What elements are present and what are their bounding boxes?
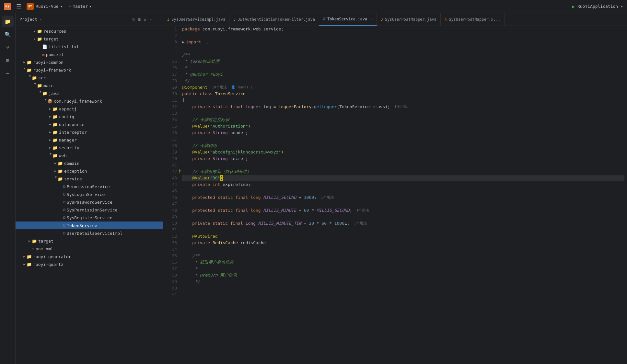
more-button[interactable]: ⋯ [2, 67, 14, 79]
folder-icon: 📁 [52, 107, 58, 111]
settings-icon[interactable]: ⋯ [149, 16, 153, 23]
hide-icon[interactable]: — [155, 16, 159, 23]
tab-TokenService[interactable]: © TokenService.java ✕ [319, 13, 377, 26]
tree-item-pom1[interactable]: m pom.xml [16, 51, 163, 58]
xml-icon: m [32, 246, 34, 251]
tree-item-exception[interactable]: ▶ 📁 exception [16, 167, 163, 175]
tab-SysUserServiceImpl[interactable]: J SysUserServiceImpl.java [163, 13, 229, 26]
branch-chevron-icon: ▾ [89, 4, 92, 9]
code-line-52: private static final Long MILLIS_MINUTE_… [182, 220, 624, 227]
code-editor[interactable]: 1 2 3 4 ... 25 26 27 28 29 30 31 32 33 3… [163, 26, 627, 364]
tree-item-ruoyi-quartz[interactable]: ▶ 📁 ruoyi-quartz [16, 260, 163, 268]
code-line-36: // 令牌自定义标识 [182, 117, 624, 123]
java-file-icon: J [381, 17, 383, 22]
code-line-38: private String header; [182, 130, 624, 136]
code-line-47 [182, 188, 624, 194]
folder-icon: 📁 [52, 114, 58, 119]
code-line-48: protected static final long MILLIS_SECON… [182, 194, 624, 201]
sidebar-chevron: ▾ [40, 17, 42, 21]
collapse-icon[interactable]: ⊟ [137, 16, 141, 23]
code-line-45: @Value("30") [182, 175, 624, 181]
tree-item-filelist[interactable]: 📄 filelist.txt [16, 43, 163, 51]
tab-label: JwtAuthenticationTokenFilter.java [238, 17, 315, 22]
app-logo: RY [4, 3, 11, 10]
title-bar-right: ▶ RuoYiApplication ▾ [572, 4, 623, 9]
code-line-32: ● public class TokenService [182, 91, 624, 97]
tab-JwtAuthFilter[interactable]: J JwtAuthenticationTokenFilter.java [229, 13, 319, 26]
structure-button[interactable]: ⊞ [2, 54, 14, 66]
folder-icon: 📁 [52, 130, 58, 135]
tree-item-config[interactable]: ▶ 📁 config [16, 113, 163, 120]
folder-icon: 📁 [52, 122, 58, 127]
code-line-54: @Autowired [182, 233, 624, 240]
tree-item-web[interactable]: ▶ 📁 web [16, 152, 163, 159]
tree-item-package[interactable]: ▶ 📦 com.ruoyi.framework [16, 97, 163, 105]
tab-SysUserPostMapper[interactable]: J SysUserPostMapper.java [377, 13, 441, 26]
git-button[interactable]: ⑂ [2, 41, 14, 53]
hamburger-menu[interactable]: ☰ [14, 2, 23, 10]
branch-selector[interactable]: ⑂ master ▾ [69, 4, 92, 9]
tab-close-icon[interactable]: ✕ [370, 17, 373, 21]
tree-item-security[interactable]: ▶ 📁 security [16, 144, 163, 152]
folder-icon: 📁 [32, 75, 37, 80]
code-line-2 [182, 32, 624, 39]
sidebar-header: Project ▾ ◎ ⊟ ✕ ⋯ — [16, 13, 163, 26]
tree-item-interceptor[interactable]: ▶ 📁 interceptor [16, 128, 163, 136]
tabs-bar: J SysUserServiceImpl.java J JwtAuthentic… [163, 13, 627, 26]
service-icon: © [63, 215, 65, 220]
package-icon: 📦 [47, 99, 52, 104]
code-line-44: 💡 // 令牌有效期（默认30分钟） [182, 168, 624, 175]
code-line-57: /** [182, 253, 624, 259]
tree-item-aspectj[interactable]: ▶ 📁 aspectj [16, 105, 163, 113]
search-button[interactable]: 🔍 [2, 28, 14, 40]
tree-item-ruoyi-generator[interactable]: ▶ 📁 ruoyi-generator [16, 253, 163, 260]
file-icon: 📄 [42, 44, 47, 49]
folder-icon: 📁 [37, 37, 42, 41]
tree-item-main[interactable]: ▶ 📁 main [16, 82, 163, 89]
project-avatar: RY [27, 3, 34, 10]
service-file-icon: © [323, 17, 325, 21]
project-view-button[interactable]: 📁 [2, 16, 14, 27]
folder-icon: 📁 [52, 138, 58, 142]
tree-item-java[interactable]: ▶ 📁 java [16, 89, 163, 97]
service-icon: © [63, 208, 65, 212]
tree-item-TokenService[interactable]: © TokenService [16, 222, 163, 229]
code-line-59: * [182, 266, 624, 272]
code-line-26: /** [182, 52, 624, 58]
tree-item-SysRegisterService[interactable]: © SysRegisterService [16, 214, 163, 222]
sidebar-content[interactable]: ▶ 📁 resources ▶ 📁 target 📄 filelist.txt [16, 26, 163, 364]
tree-item-UserDetailsServiceImpl[interactable]: © UserDetailsServiceImpl [16, 229, 163, 237]
tree-item-PermissionService[interactable]: © PermissionService [16, 183, 163, 190]
tree-item-service[interactable]: ▶ 📁 service [16, 175, 163, 183]
locate-icon[interactable]: ◎ [131, 16, 135, 23]
code-line-50: protected static final long MILLIS_MINUT… [182, 207, 624, 214]
tree-item-SysPermissionService[interactable]: © SysPermissionService [16, 206, 163, 214]
close-sidebar-icon[interactable]: ✕ [143, 16, 147, 23]
tab-SysUserPostMapperXml[interactable]: X SysUserPostMapper.x... [441, 13, 505, 26]
code-line-40: // 令牌秘钥 [182, 142, 624, 149]
tree-item-ruoyi-common[interactable]: ▶ 📁 ruoyi-common [16, 58, 163, 66]
folder-icon: 📁 [27, 262, 32, 267]
folder-icon: 📁 [58, 161, 63, 166]
tree-item-SysPasswordService[interactable]: © SysPasswordService [16, 198, 163, 206]
code-line-39 [182, 136, 624, 142]
tree-item-pom2[interactable]: m pom.xml [16, 245, 163, 253]
code-content[interactable]: package com.ruoyi.framework.web.service;… [180, 26, 627, 364]
tree-item-ruoyi-framework[interactable]: ▶ 📁 ruoyi-framework [16, 66, 163, 74]
tree-item-domain[interactable]: ▶ 📁 domain [16, 159, 163, 167]
tree-item-target2[interactable]: ▶ 📁 target [16, 237, 163, 245]
tree-item-src[interactable]: ▶ 📁 src [16, 74, 163, 82]
code-line-27: * token验证处理 [182, 58, 624, 65]
code-line-61: */ [182, 279, 624, 285]
project-selector[interactable]: RY RuoYi-Vue ▾ [27, 3, 63, 10]
tree-item-target[interactable]: ▶ 📁 target [16, 35, 163, 43]
tree-item-manager[interactable]: ▶ 📁 manager [16, 136, 163, 144]
tree-item-SysLoginService[interactable]: © SysLoginService [16, 190, 163, 198]
tree-item-resources[interactable]: ▶ 📁 resources [16, 27, 163, 35]
code-line-55: ⊙ private RedisCache redisCache; [182, 240, 624, 246]
code-line-34: private static final Logger log = Logger… [182, 104, 624, 110]
run-icon[interactable]: ▶ [572, 4, 575, 9]
code-line-58: * 获取用户身份信息 [182, 259, 624, 266]
java-folder-icon: 📁 [42, 91, 47, 96]
tree-item-datasource[interactable]: ▶ 📁 datasource [16, 120, 163, 128]
